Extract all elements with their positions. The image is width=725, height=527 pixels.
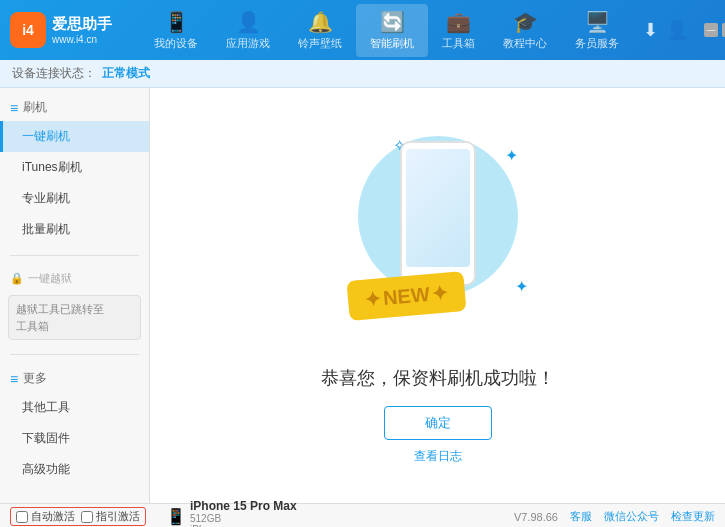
user-btn[interactable]: 👤	[666, 19, 688, 41]
ringtones-icon: 🔔	[308, 10, 333, 34]
sparkle-icon-3: ✦	[515, 277, 528, 296]
customer-service-link[interactable]: 客服	[570, 509, 592, 524]
toolbox-icon: 💼	[446, 10, 471, 34]
sidebar-item-advanced[interactable]: 高级功能	[0, 454, 149, 485]
guide-activate-checkbox[interactable]	[81, 511, 93, 523]
phone-illustration: ✦ ✧ ✦ ✦ NEW ✦	[338, 126, 538, 346]
lock-icon: 🔒	[10, 272, 24, 285]
guide-activate-label[interactable]: 指引激活	[81, 509, 140, 524]
window-controls: — □ ✕	[704, 23, 725, 37]
service-icon: 🖥️	[585, 10, 610, 34]
tab-service[interactable]: 🖥️ 务员服务	[561, 4, 633, 57]
my-device-icon: 📱	[164, 10, 189, 34]
apps-games-icon: 👤	[236, 10, 261, 34]
main-content: ✦ ✧ ✦ ✦ NEW ✦ 恭喜您，保资料刷机成功啦！ 确定 查看日志	[150, 88, 725, 503]
sidebar-item-download-fw[interactable]: 下载固件	[0, 423, 149, 454]
device-details: iPhone 15 Pro Max 512GB iPhone	[190, 499, 297, 528]
new-badge-text: ✦ NEW ✦	[363, 280, 449, 311]
bottom-bar: 自动激活 指引激活 📱 iPhone 15 Pro Max 512GB iPho…	[0, 503, 725, 527]
smart-flash-icon: 🔄	[380, 10, 405, 34]
download-btn[interactable]: ⬇	[643, 19, 658, 41]
auto-activate-checkbox[interactable]	[16, 511, 28, 523]
sidebar-item-one-click-flash[interactable]: 一键刷机	[0, 121, 149, 152]
flash-section-header: ≡ 刷机	[0, 94, 149, 121]
tab-smart-flash[interactable]: 🔄 智能刷机	[356, 4, 428, 57]
device-auto-section: 自动激活 指引激活	[10, 507, 146, 526]
header-right: ⬇ 👤 — □ ✕	[643, 19, 725, 41]
phone-screen	[406, 149, 470, 267]
logo-area: i4 爱思助手 www.i4.cn	[10, 12, 140, 48]
more-section: ≡ 更多 其他工具 下载固件 高级功能	[0, 359, 149, 491]
tab-apps-games[interactable]: 👤 应用游戏	[212, 4, 284, 57]
main-layout: ≡ 刷机 一键刷机 iTunes刷机 专业刷机 批量刷机 🔒 一键越狱	[0, 88, 725, 503]
sidebar-item-itunes-flash[interactable]: iTunes刷机	[0, 152, 149, 183]
wechat-link[interactable]: 微信公众号	[604, 509, 659, 524]
nav-tabs: 📱 我的设备 👤 应用游戏 🔔 铃声壁纸 🔄 智能刷机 💼 工具箱 🎓 教程中心…	[140, 4, 633, 57]
more-section-header: ≡ 更多	[0, 365, 149, 392]
sidebar: ≡ 刷机 一键刷机 iTunes刷机 专业刷机 批量刷机 🔒 一键越狱	[0, 88, 150, 503]
app-header: i4 爱思助手 www.i4.cn 📱 我的设备 👤 应用游戏 🔔 铃声壁纸 🔄…	[0, 0, 725, 60]
tab-tutorials[interactable]: 🎓 教程中心	[489, 4, 561, 57]
auto-activate-label[interactable]: 自动激活	[16, 509, 75, 524]
tab-toolbox[interactable]: 💼 工具箱	[428, 4, 489, 57]
success-message: 恭喜您，保资料刷机成功啦！	[321, 366, 555, 390]
tab-my-device[interactable]: 📱 我的设备	[140, 4, 212, 57]
device-info-section: 📱 iPhone 15 Pro Max 512GB iPhone	[166, 499, 297, 528]
view-log-link[interactable]: 查看日志	[414, 448, 462, 465]
device-phone-icon: 📱	[166, 507, 186, 526]
tab-ringtones[interactable]: 🔔 铃声壁纸	[284, 4, 356, 57]
confirm-button[interactable]: 确定	[384, 406, 492, 440]
bottom-right: V7.98.66 客服 微信公众号 检查更新	[514, 509, 715, 524]
logo-icon: i4	[10, 12, 46, 48]
sparkle-icon-1: ✦	[505, 146, 518, 165]
check-update-link[interactable]: 检查更新	[671, 509, 715, 524]
sidebar-item-batch-flash[interactable]: 批量刷机	[0, 214, 149, 245]
flash-section: ≡ 刷机 一键刷机 iTunes刷机 专业刷机 批量刷机	[0, 88, 149, 251]
sidebar-divider-1	[10, 255, 139, 256]
minimize-button[interactable]: —	[704, 23, 718, 37]
more-section-icon: ≡	[10, 371, 18, 387]
tutorials-icon: 🎓	[513, 10, 538, 34]
flash-section-icon: ≡	[10, 100, 18, 116]
logo-text: 爱思助手 www.i4.cn	[52, 14, 112, 47]
phone-body	[400, 141, 476, 286]
jailbreak-section-header: 🔒 一键越狱	[0, 266, 149, 291]
jailbreak-note: 越狱工具已跳转至 工具箱	[8, 295, 141, 340]
sidebar-item-other-tools[interactable]: 其他工具	[0, 392, 149, 423]
new-badge: ✦ NEW ✦	[346, 271, 466, 321]
sidebar-divider-2	[10, 354, 139, 355]
sidebar-item-pro-flash[interactable]: 专业刷机	[0, 183, 149, 214]
jailbreak-section: 🔒 一键越狱 越狱工具已跳转至 工具箱	[0, 260, 149, 350]
status-bar: 设备连接状态： 正常模式	[0, 60, 725, 88]
